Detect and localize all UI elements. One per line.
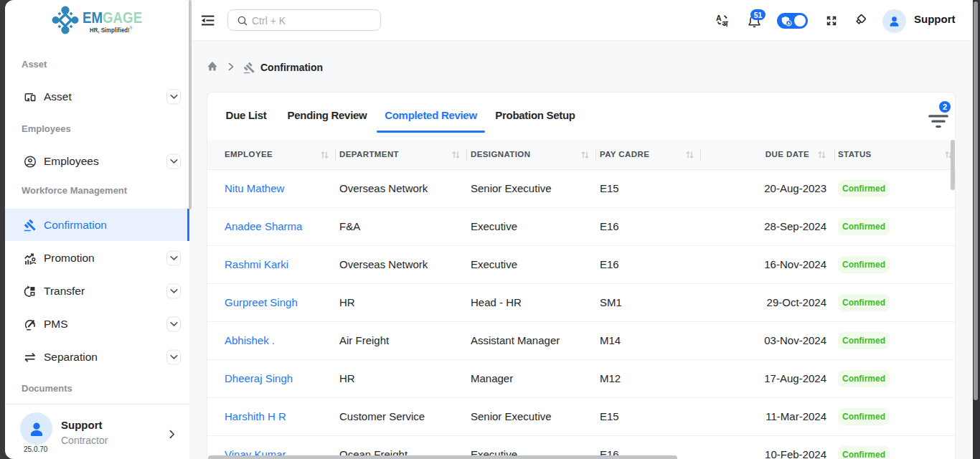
svg-text:अ: अ [722, 19, 728, 27]
svg-text:A: A [716, 14, 722, 22]
